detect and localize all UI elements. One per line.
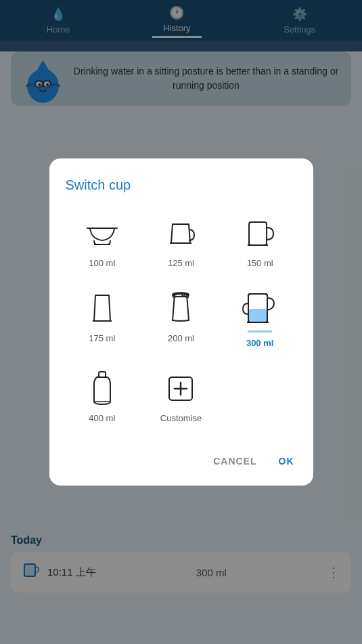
cup-400ml[interactable]: 400 ml xyxy=(66,364,139,429)
cup-150ml-label: 150 ml xyxy=(247,258,273,268)
cup-125ml-label: 125 ml xyxy=(168,258,194,268)
switch-cup-dialog: Switch cup 100 ml xyxy=(49,158,313,486)
cup-100ml[interactable]: 100 ml xyxy=(66,209,139,274)
cup-300ml-label: 300 ml xyxy=(246,338,273,348)
cup-125ml[interactable]: 125 ml xyxy=(144,209,218,274)
cup-200ml[interactable]: 200 ml xyxy=(144,284,218,353)
cup-customise-label: Customise xyxy=(160,413,202,423)
cup-200ml-icon xyxy=(162,290,200,328)
cup-grid: 100 ml 125 ml xyxy=(66,209,297,429)
cup-400ml-label: 400 ml xyxy=(89,413,115,423)
dialog-actions: CANCEL OK xyxy=(66,445,297,472)
cup-customise[interactable]: Customise xyxy=(144,364,218,429)
cup-100ml-label: 100 ml xyxy=(89,258,115,268)
cup-200ml-label: 200 ml xyxy=(168,333,194,343)
cup-300ml-icon xyxy=(241,290,279,328)
cup-175ml[interactable]: 175 ml xyxy=(66,284,139,353)
svg-rect-20 xyxy=(99,372,106,377)
dialog-title: Switch cup xyxy=(66,177,297,193)
svg-rect-11 xyxy=(249,222,267,245)
overlay: Switch cup 100 ml xyxy=(0,0,362,644)
cup-125ml-icon xyxy=(162,215,200,253)
cup-175ml-label: 175 ml xyxy=(89,333,115,343)
ok-button[interactable]: OK xyxy=(276,450,297,472)
cup-customise-icon xyxy=(162,370,200,408)
selected-underline xyxy=(248,330,272,332)
cup-100ml-icon xyxy=(83,215,121,253)
cup-400ml-icon xyxy=(83,370,121,408)
svg-rect-17 xyxy=(249,309,267,322)
cup-150ml-icon xyxy=(241,215,279,253)
cancel-button[interactable]: CANCEL xyxy=(210,450,259,472)
cup-300ml[interactable]: 300 ml xyxy=(223,284,297,353)
cup-175ml-icon xyxy=(83,290,121,328)
cup-150ml[interactable]: 150 ml xyxy=(223,209,297,274)
